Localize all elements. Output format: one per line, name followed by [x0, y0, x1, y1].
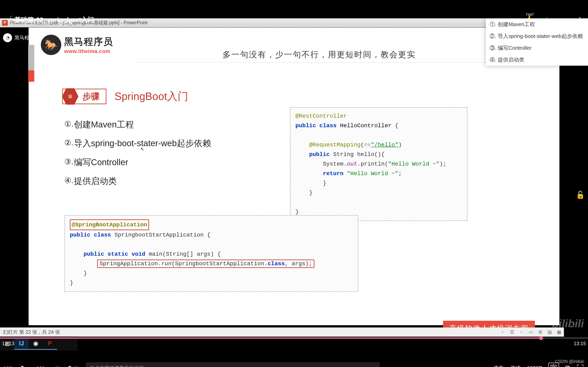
- code-kw: return: [323, 170, 347, 177]
- code-kw: public class: [295, 123, 340, 129]
- time-duration: 13:15: [574, 341, 586, 346]
- code-text: {: [391, 123, 398, 129]
- back-button[interactable]: 〈: [2, 14, 14, 26]
- overlay-step-3: ③. 编写Controller: [486, 42, 588, 54]
- fullscreen-button[interactable]: ⛶: [577, 364, 584, 367]
- step-row: ④. 提供启动类: [64, 172, 211, 191]
- steps-overlay-panel: ①. 创建Maven工程 ②. 导入spring-boot-stater-web…: [486, 18, 588, 66]
- code-text: SpringApplication.: [99, 261, 161, 267]
- logo-text-en: www.itheima.com: [64, 48, 113, 54]
- next-button[interactable]: ⏭: [33, 364, 49, 367]
- code-kw: public class: [70, 232, 114, 238]
- time-current: 12:13: [2, 341, 14, 346]
- step-row: ③. 编写Controller: [64, 153, 211, 172]
- uploader-name: 黑马程序员: [15, 34, 39, 41]
- nav-prev-icon[interactable]: ‹: [498, 328, 507, 336]
- nav-menu-icon[interactable]: ☰: [508, 328, 517, 336]
- step-row: ②. 导入spring-boot-stater-web起步依赖: [64, 134, 211, 153]
- progress-bar[interactable]: [0, 337, 588, 339]
- danmaku-toggle[interactable]: 📺: [49, 365, 65, 367]
- code-cls: HelloController: [340, 123, 391, 129]
- step-text: 编写Controller: [74, 153, 128, 172]
- code-text: ): [398, 142, 402, 148]
- code-text: }: [295, 209, 299, 215]
- video-title: 基础篇-02_springboot入门: [14, 16, 94, 25]
- code-text: System.: [295, 161, 347, 167]
- step-badge-label: 步骤: [82, 91, 100, 102]
- step-num: ①.: [64, 116, 73, 134]
- step-num: ③.: [64, 153, 73, 172]
- csdn-watermark: CSDN @initial·: [555, 359, 585, 364]
- code-text: main(String[] args) {: [149, 251, 221, 257]
- taskbar-intellij-icon[interactable]: IJ: [14, 337, 29, 350]
- code-kw: public static void: [70, 251, 149, 257]
- code-text: );: [440, 161, 447, 167]
- code-text: (: [361, 142, 364, 148]
- lock-icon[interactable]: 🔓: [576, 191, 585, 199]
- like-count: 7447: [526, 13, 534, 17]
- slide-decor-gray: [28, 45, 34, 70]
- code-text: [70, 261, 97, 267]
- play-button[interactable]: ▶: [16, 363, 33, 367]
- uploader-avatar: ◔: [3, 33, 12, 42]
- code-text: .println(: [357, 161, 388, 167]
- pip-button[interactable]: ⧉: [565, 364, 571, 367]
- prev-button[interactable]: ⏮: [0, 364, 16, 367]
- ppt-statusbar: 幻灯片 第 22 张，共 24 张 ‹ ☰ › ▭ ⊞ ▤ ▦: [0, 327, 564, 337]
- speed-button[interactable]: 倍速: [510, 365, 521, 367]
- slide-counter: 幻灯片 第 22 张，共 24 张: [3, 329, 60, 335]
- slide-decor-red: [28, 70, 34, 82]
- section-title: SpringBoot入门: [114, 89, 188, 104]
- code-field: out: [347, 161, 357, 167]
- logo-horse-icon: 🐎: [41, 35, 61, 55]
- cc-chip[interactable]: cc: [516, 329, 523, 335]
- code-box-application: @SpringBootApplication public class Spri…: [64, 215, 358, 292]
- taskbar-powerpoint-icon[interactable]: P: [43, 337, 57, 350]
- gutter-icon: ⊙∨: [364, 142, 371, 148]
- code-box-controller: @RestController public class HelloContro…: [290, 107, 467, 221]
- mouse-cursor-icon: ↖: [140, 147, 144, 152]
- logo-text-cn: 黑马程序员: [64, 35, 113, 48]
- code-text: }: [295, 190, 312, 196]
- code-text: , args);: [285, 261, 312, 267]
- code-highlight-annotation: @SpringBootApplication: [70, 219, 149, 230]
- taskbar-chrome-icon[interactable]: ◉: [29, 337, 43, 350]
- itheima-logo: 🐎 黑马程序员 www.itheima.com: [41, 35, 113, 55]
- step-num: ②.: [64, 134, 73, 153]
- danmaku-placeholder: 发个友善的弹幕见证当下: [90, 365, 144, 367]
- step-badge: ≡ 步骤: [62, 89, 106, 104]
- code-text: }: [295, 180, 326, 186]
- step-text: 创建Maven工程: [74, 115, 134, 134]
- view-reading-icon[interactable]: ▤: [545, 328, 554, 336]
- view-normal-icon[interactable]: ▭: [526, 328, 535, 336]
- code-text: [295, 170, 323, 177]
- slide: 🐎 黑马程序员 www.itheima.com 多一句没有，少一句不行，用更短时…: [29, 27, 559, 325]
- code-annotation: @RequestMapping: [309, 142, 361, 148]
- view-sorter-icon[interactable]: ⊞: [536, 328, 545, 336]
- step-num: ④.: [64, 172, 73, 191]
- code-string: "/hello": [371, 142, 398, 148]
- view-slideshow-icon[interactable]: ▦: [554, 328, 563, 336]
- code-kw: class: [268, 261, 285, 267]
- uploader-badge[interactable]: ◔ 黑马程序员: [3, 33, 39, 42]
- progress-handle[interactable]: [539, 336, 543, 340]
- player-footer: ⏮ ▶ ⏭ 📺 ⚙📺 发个友善的弹幕见证当下 选集 倍速 1080P 字 ⧉ ⛶: [0, 358, 588, 367]
- overlay-step-2: ②. 导入spring-boot-stater-web起步依赖: [486, 30, 588, 42]
- steps-list: ①. 创建Maven工程 ②. 导入spring-boot-stater-web…: [64, 115, 211, 191]
- code-text: SpringbootStartApplication {: [114, 232, 210, 238]
- list-icon: ≡: [68, 92, 72, 101]
- danmaku-input[interactable]: 发个友善的弹幕见证当下: [86, 362, 380, 367]
- code-annotation: @RestController: [295, 113, 347, 119]
- overlay-step-1: ①. 创建Maven工程: [486, 18, 588, 30]
- episodes-button[interactable]: 选集: [493, 365, 504, 367]
- slogan: 多一句没有，少一句不行，用更短时间，教会更实: [223, 49, 416, 60]
- overlay-step-4: ④. 提供启动类: [486, 54, 588, 66]
- code-text: (SpringbootStartApplication.: [172, 261, 268, 267]
- code-fn: run: [161, 261, 172, 267]
- step-row: ①. 创建Maven工程: [64, 115, 211, 134]
- code-text: }: [70, 280, 73, 286]
- code-string: "Hello World ~": [347, 170, 398, 177]
- danmaku-settings[interactable]: ⚙📺: [65, 365, 82, 367]
- code-string: "Hello World ~": [388, 161, 440, 167]
- quality-button[interactable]: 1080P: [527, 365, 542, 367]
